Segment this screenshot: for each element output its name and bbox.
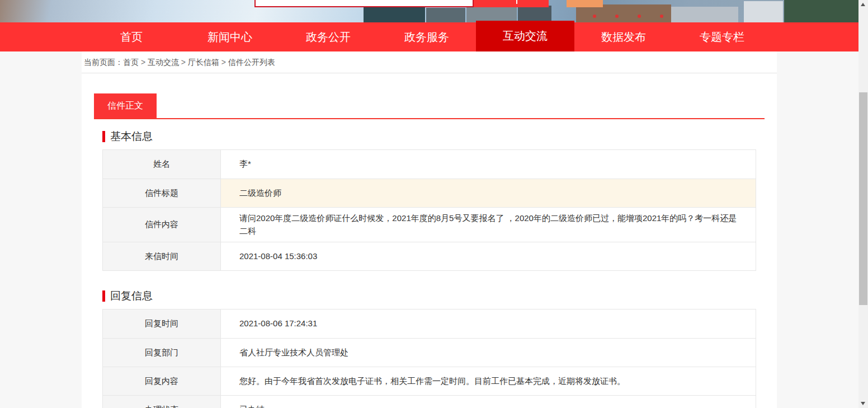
row-value: 您好。由于今年我省首次发放电子证书，相关工作需一定时间。目前工作已基本完成，近期… xyxy=(221,367,756,395)
banner-trees xyxy=(784,0,858,22)
tab-letter-body[interactable]: 信件正文 xyxy=(94,93,157,118)
search-input[interactable] xyxy=(254,0,474,7)
table-row: 信件标题 二级造价师 xyxy=(103,179,756,207)
row-label: 信件标题 xyxy=(103,179,221,207)
row-label: 办理状态 xyxy=(103,396,221,408)
row-label: 姓名 xyxy=(103,150,221,179)
row-value: 省人社厅专业技术人员管理处 xyxy=(221,339,756,367)
row-value: 请问2020年度二级造价师证什么时候发，2021年度的8月5号又要报名了 ，20… xyxy=(221,208,756,242)
nav-item-home[interactable]: 首页 xyxy=(82,22,181,51)
row-value: 已办结 xyxy=(221,396,756,408)
search-cursor-mark xyxy=(516,0,517,4)
promo-button[interactable] xyxy=(567,0,603,7)
breadcrumb-letter-list-link[interactable]: 信件公开列表 xyxy=(228,58,275,67)
section-title-basic-info: 基本信息 xyxy=(102,129,777,144)
breadcrumb-prefix: 当前页面： xyxy=(84,58,123,67)
table-row: 回复部门 省人社厅专业技术人员管理处 xyxy=(103,338,756,367)
table-row: 姓名 李* xyxy=(103,150,756,179)
nav-item-gov-info[interactable]: 政务公开 xyxy=(279,22,378,51)
row-label: 回复时间 xyxy=(103,309,221,338)
tab-bar: 信件正文 xyxy=(94,93,765,119)
nav-item-gov-service[interactable]: 政务服务 xyxy=(378,22,476,51)
lantern-decoration xyxy=(593,15,596,18)
search-button[interactable] xyxy=(474,0,549,7)
row-value: 2021-08-04 15:36:03 xyxy=(221,242,756,270)
vertical-scrollbar[interactable] xyxy=(858,0,868,408)
section-title-reply-info: 回复信息 xyxy=(102,289,777,303)
row-value: 2021-08-06 17:24:31 xyxy=(221,309,756,338)
row-label: 来信时间 xyxy=(103,242,221,270)
table-row: 回复时间 2021-08-06 17:24:31 xyxy=(103,309,756,338)
row-value: 二级造价师 xyxy=(221,179,756,207)
section-title-text: 基本信息 xyxy=(110,129,153,144)
table-row: 来信时间 2021-08-04 15:36:03 xyxy=(103,242,756,270)
breadcrumb-mailbox-link[interactable]: 厅长信箱 xyxy=(188,58,219,67)
table-row: 办理状态 已办结 xyxy=(103,395,756,408)
breadcrumb-home-link[interactable]: 首页 xyxy=(123,58,139,67)
table-row: 回复内容 您好。由于今年我省首次发放电子证书，相关工作需一定时间。目前工作已基本… xyxy=(103,367,756,395)
lantern-decoration xyxy=(615,15,619,18)
breadcrumb-separator: > xyxy=(219,58,228,67)
banner-building xyxy=(518,6,551,22)
accent-bar-icon xyxy=(102,131,105,142)
nav-item-news[interactable]: 新闻中心 xyxy=(181,22,279,51)
row-label: 信件内容 xyxy=(103,208,221,242)
main-nav: 首页 新闻中心 政务公开 政务服务 互动交流 数据发布 专题专栏 xyxy=(0,22,858,51)
nav-item-interaction[interactable]: 互动交流 xyxy=(476,21,574,51)
row-value: 李* xyxy=(221,150,756,179)
nav-item-data[interactable]: 数据发布 xyxy=(574,22,673,51)
breadcrumb: 当前页面：首页 > 互动交流 > 厅长信箱 > 信件公开列表 xyxy=(82,51,777,73)
content-panel: 当前页面：首页 > 互动交流 > 厅长信箱 > 信件公开列表 信件正文 基本信息… xyxy=(82,51,777,408)
lantern-decoration xyxy=(660,15,663,18)
breadcrumb-interaction-link[interactable]: 互动交流 xyxy=(148,58,179,67)
breadcrumb-separator: > xyxy=(139,58,148,67)
banner-building xyxy=(671,7,738,22)
scrollbar-thumb[interactable] xyxy=(859,92,867,305)
lantern-decoration xyxy=(638,15,641,18)
accent-bar-icon xyxy=(102,290,105,302)
banner-building xyxy=(426,8,465,22)
table-row: 信件内容 请问2020年度二级造价师证什么时候发，2021年度的8月5号又要报名… xyxy=(103,207,756,242)
scroll-down-icon[interactable] xyxy=(858,400,868,408)
header-photo xyxy=(0,0,858,22)
row-label: 回复内容 xyxy=(103,367,221,395)
reply-info-table: 回复时间 2021-08-06 17:24:31 回复部门 省人社厅专业技术人员… xyxy=(102,309,756,408)
nav-item-topics[interactable]: 专题专栏 xyxy=(673,22,771,51)
breadcrumb-separator: > xyxy=(179,58,188,67)
banner-building xyxy=(744,1,783,22)
row-label: 回复部门 xyxy=(103,339,221,367)
section-title-text: 回复信息 xyxy=(110,289,153,303)
scroll-up-icon[interactable] xyxy=(858,0,868,8)
basic-info-table: 姓名 李* 信件标题 二级造价师 信件内容 请问2020年度二级造价师证什么时候… xyxy=(102,149,756,271)
